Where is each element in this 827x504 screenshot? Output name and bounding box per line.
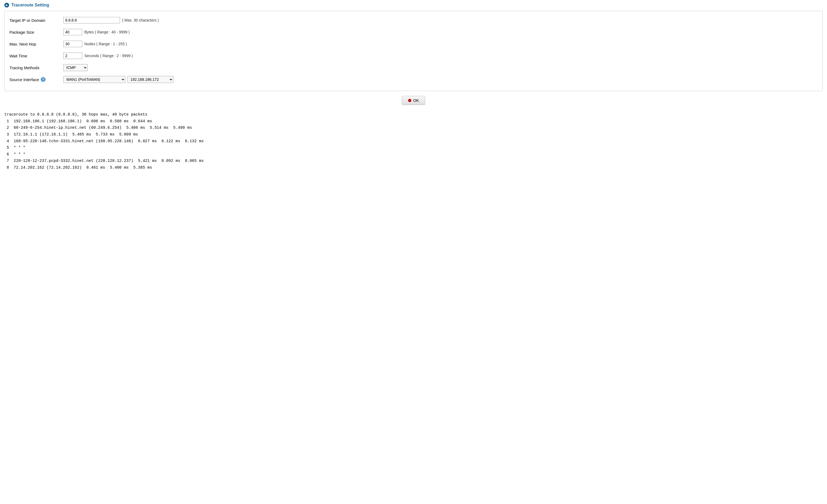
traceroute-output: traceroute to 8.8.8.8 (8.8.8.8), 30 hops… [4,111,823,171]
wait-time-hint: Seconds ( Range : 2 - 9999 ) [84,54,133,58]
package-size-controls: Bytes ( Range : 40 - 9999 ) [63,29,130,35]
ok-button[interactable]: OK [402,96,425,105]
tracing-methods-controls: ICMP UDP TCP [63,64,88,71]
target-ip-label: Target IP or Domain [9,18,63,22]
target-ip-controls: ( Max. 30 characters ) [63,17,159,23]
package-size-row: Package Size Bytes ( Range : 40 - 9999 ) [9,27,818,38]
wait-time-input[interactable] [63,53,82,59]
target-ip-input[interactable] [63,17,120,23]
tracing-methods-row: Tracing Methods ICMP UDP TCP [9,62,818,73]
max-next-hop-hint: Nodes ( Range : 1 - 255 ) [84,42,127,46]
package-size-label: Package Size [9,30,63,35]
source-interface-controls: WAN1 (PortToWAN) WAN2 LAN 192.168.186.17… [63,76,173,83]
wait-time-label: Wait Time [9,54,63,58]
max-next-hop-input[interactable] [63,41,82,47]
section-title: Traceroute Setting [11,3,49,7]
wait-time-controls: Seconds ( Range : 2 - 9999 ) [63,53,133,59]
max-next-hop-row: Max. Next Hop Nodes ( Range : 1 - 255 ) [9,39,818,49]
ok-button-row: OK [4,96,823,105]
target-ip-row: Target IP or Domain ( Max. 30 characters… [9,15,818,25]
max-next-hop-label: Max. Next Hop [9,42,63,46]
wait-time-row: Wait Time Seconds ( Range : 2 - 9999 ) [9,50,818,61]
collapse-icon[interactable] [4,3,9,7]
tracing-methods-select[interactable]: ICMP UDP TCP [63,64,88,71]
source-ip-select[interactable]: 192.168.186.172 192.168.1.1 [128,76,173,83]
max-next-hop-controls: Nodes ( Range : 1 - 255 ) [63,41,127,47]
package-size-input[interactable] [63,29,82,35]
tracing-methods-label: Tracing Methods [9,65,63,70]
source-interface-select[interactable]: WAN1 (PortToWAN) WAN2 LAN [63,76,125,83]
source-interface-label: Source Interface ? [9,77,63,82]
ok-dot-icon [408,99,411,102]
help-icon[interactable]: ? [41,77,46,82]
settings-panel: Target IP or Domain ( Max. 30 characters… [4,11,823,91]
section-header: Traceroute Setting [4,3,823,7]
target-ip-hint: ( Max. 30 characters ) [122,18,159,22]
source-interface-row: Source Interface ? WAN1 (PortToWAN) WAN2… [9,74,818,85]
package-size-hint: Bytes ( Range : 40 - 9999 ) [84,30,130,34]
